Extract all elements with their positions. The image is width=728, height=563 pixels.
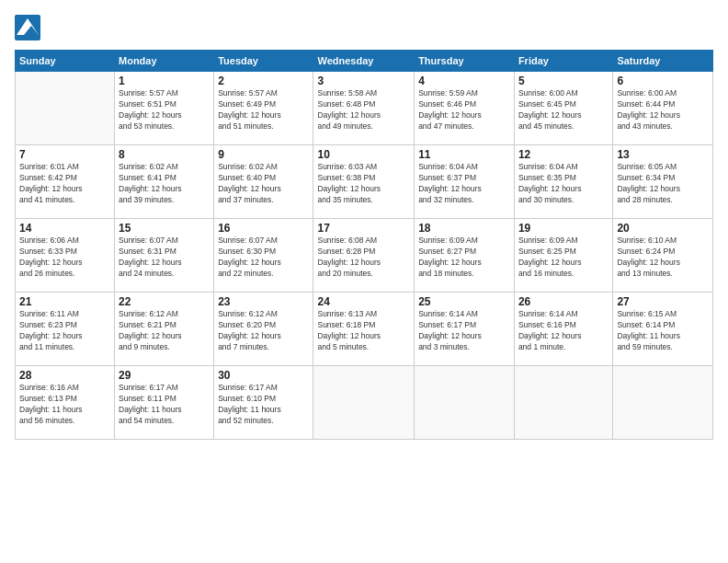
calendar-week-row: 14Sunrise: 6:06 AM Sunset: 6:33 PM Dayli… [16, 219, 713, 293]
day-number: 9 [218, 148, 309, 161]
day-number: 7 [19, 148, 110, 161]
calendar-cell: 27Sunrise: 6:15 AM Sunset: 6:14 PM Dayli… [613, 293, 713, 366]
calendar-cell: 11Sunrise: 6:04 AM Sunset: 6:37 PM Dayli… [415, 145, 515, 219]
day-number: 15 [119, 222, 210, 235]
calendar-cell: 18Sunrise: 6:09 AM Sunset: 6:27 PM Dayli… [415, 219, 515, 293]
day-info: Sunrise: 6:00 AM Sunset: 6:45 PM Dayligh… [518, 88, 609, 132]
day-number: 14 [19, 222, 110, 235]
day-info: Sunrise: 6:15 AM Sunset: 6:14 PM Dayligh… [617, 309, 709, 353]
day-info: Sunrise: 6:17 AM Sunset: 6:11 PM Dayligh… [119, 383, 210, 427]
calendar-cell: 5Sunrise: 6:00 AM Sunset: 6:45 PM Daylig… [514, 72, 612, 145]
day-number: 2 [218, 75, 309, 87]
day-number: 20 [617, 222, 709, 235]
day-number: 18 [418, 222, 510, 235]
calendar-cell: 7Sunrise: 6:01 AM Sunset: 6:42 PM Daylig… [16, 145, 115, 219]
weekday-header: Friday [514, 51, 612, 72]
day-info: Sunrise: 6:14 AM Sunset: 6:16 PM Dayligh… [518, 309, 609, 353]
calendar-cell [613, 366, 713, 440]
calendar-week-row: 7Sunrise: 6:01 AM Sunset: 6:42 PM Daylig… [16, 145, 713, 219]
weekday-header: Monday [115, 51, 214, 72]
day-number: 28 [19, 369, 110, 382]
calendar-cell: 25Sunrise: 6:14 AM Sunset: 6:17 PM Dayli… [415, 293, 515, 366]
weekday-header: Thursday [415, 51, 515, 72]
day-number: 10 [317, 148, 410, 161]
day-number: 23 [218, 295, 309, 308]
calendar-week-row: 1Sunrise: 5:57 AM Sunset: 6:51 PM Daylig… [16, 72, 713, 145]
day-info: Sunrise: 6:06 AM Sunset: 6:33 PM Dayligh… [19, 236, 110, 280]
day-info: Sunrise: 5:59 AM Sunset: 6:46 PM Dayligh… [418, 88, 510, 132]
calendar-cell: 4Sunrise: 5:59 AM Sunset: 6:46 PM Daylig… [415, 72, 515, 145]
day-info: Sunrise: 6:13 AM Sunset: 6:18 PM Dayligh… [317, 309, 410, 353]
calendar-cell: 29Sunrise: 6:17 AM Sunset: 6:11 PM Dayli… [115, 366, 214, 440]
day-info: Sunrise: 6:04 AM Sunset: 6:35 PM Dayligh… [518, 162, 609, 206]
day-number: 6 [617, 75, 709, 87]
day-number: 22 [119, 295, 210, 308]
day-number: 12 [518, 148, 609, 161]
weekday-header: Saturday [613, 51, 713, 72]
calendar-cell: 8Sunrise: 6:02 AM Sunset: 6:41 PM Daylig… [115, 145, 214, 219]
day-info: Sunrise: 6:07 AM Sunset: 6:30 PM Dayligh… [218, 236, 309, 280]
day-info: Sunrise: 6:02 AM Sunset: 6:41 PM Dayligh… [119, 162, 210, 206]
day-number: 21 [19, 295, 110, 308]
page: SundayMondayTuesdayWednesdayThursdayFrid… [0, 0, 728, 563]
day-number: 13 [617, 148, 709, 161]
calendar-cell: 2Sunrise: 5:57 AM Sunset: 6:49 PM Daylig… [214, 72, 313, 145]
calendar-cell: 6Sunrise: 6:00 AM Sunset: 6:44 PM Daylig… [613, 72, 713, 145]
day-info: Sunrise: 6:02 AM Sunset: 6:40 PM Dayligh… [218, 162, 309, 206]
calendar-header-row: SundayMondayTuesdayWednesdayThursdayFrid… [16, 51, 713, 72]
calendar-cell [313, 366, 415, 440]
day-info: Sunrise: 6:08 AM Sunset: 6:28 PM Dayligh… [317, 236, 410, 280]
day-info: Sunrise: 6:09 AM Sunset: 6:25 PM Dayligh… [518, 236, 609, 280]
calendar-cell: 12Sunrise: 6:04 AM Sunset: 6:35 PM Dayli… [514, 145, 612, 219]
calendar-cell: 17Sunrise: 6:08 AM Sunset: 6:28 PM Dayli… [313, 219, 415, 293]
calendar-cell: 13Sunrise: 6:05 AM Sunset: 6:34 PM Dayli… [613, 145, 713, 219]
day-info: Sunrise: 6:00 AM Sunset: 6:44 PM Dayligh… [617, 88, 709, 132]
weekday-header: Sunday [16, 51, 115, 72]
day-info: Sunrise: 5:58 AM Sunset: 6:48 PM Dayligh… [317, 88, 410, 132]
calendar-cell [16, 72, 115, 145]
header [15, 15, 713, 40]
calendar-cell: 20Sunrise: 6:10 AM Sunset: 6:24 PM Dayli… [613, 219, 713, 293]
day-info: Sunrise: 6:07 AM Sunset: 6:31 PM Dayligh… [119, 236, 210, 280]
day-info: Sunrise: 6:17 AM Sunset: 6:10 PM Dayligh… [218, 383, 309, 427]
calendar-cell [514, 366, 612, 440]
day-info: Sunrise: 5:57 AM Sunset: 6:49 PM Dayligh… [218, 88, 309, 132]
day-number: 29 [119, 369, 210, 382]
calendar-table: SundayMondayTuesdayWednesdayThursdayFrid… [15, 50, 713, 440]
calendar-cell: 1Sunrise: 5:57 AM Sunset: 6:51 PM Daylig… [115, 72, 214, 145]
calendar-cell: 23Sunrise: 6:12 AM Sunset: 6:20 PM Dayli… [214, 293, 313, 366]
calendar-cell: 22Sunrise: 6:12 AM Sunset: 6:21 PM Dayli… [115, 293, 214, 366]
calendar-week-row: 28Sunrise: 6:16 AM Sunset: 6:13 PM Dayli… [16, 366, 713, 440]
day-number: 4 [418, 75, 510, 87]
day-number: 16 [218, 222, 309, 235]
calendar-cell: 10Sunrise: 6:03 AM Sunset: 6:38 PM Dayli… [313, 145, 415, 219]
day-info: Sunrise: 6:04 AM Sunset: 6:37 PM Dayligh… [418, 162, 510, 206]
calendar-cell: 16Sunrise: 6:07 AM Sunset: 6:30 PM Dayli… [214, 219, 313, 293]
calendar-cell: 26Sunrise: 6:14 AM Sunset: 6:16 PM Dayli… [514, 293, 612, 366]
day-number: 26 [518, 295, 609, 308]
day-info: Sunrise: 6:14 AM Sunset: 6:17 PM Dayligh… [418, 309, 510, 353]
day-info: Sunrise: 6:12 AM Sunset: 6:21 PM Dayligh… [119, 309, 210, 353]
calendar-cell: 30Sunrise: 6:17 AM Sunset: 6:10 PM Dayli… [214, 366, 313, 440]
calendar-cell: 15Sunrise: 6:07 AM Sunset: 6:31 PM Dayli… [115, 219, 214, 293]
day-info: Sunrise: 6:11 AM Sunset: 6:23 PM Dayligh… [19, 309, 110, 353]
day-info: Sunrise: 6:01 AM Sunset: 6:42 PM Dayligh… [19, 162, 110, 206]
day-number: 3 [317, 75, 410, 87]
calendar-cell [415, 366, 515, 440]
day-number: 24 [317, 295, 410, 308]
day-number: 25 [418, 295, 510, 308]
day-number: 5 [518, 75, 609, 87]
day-number: 30 [218, 369, 309, 382]
day-number: 27 [617, 295, 709, 308]
logo [15, 15, 42, 40]
day-info: Sunrise: 6:03 AM Sunset: 6:38 PM Dayligh… [317, 162, 410, 206]
calendar-cell: 24Sunrise: 6:13 AM Sunset: 6:18 PM Dayli… [313, 293, 415, 366]
calendar-week-row: 21Sunrise: 6:11 AM Sunset: 6:23 PM Dayli… [16, 293, 713, 366]
logo-icon [15, 15, 40, 40]
calendar-cell: 9Sunrise: 6:02 AM Sunset: 6:40 PM Daylig… [214, 145, 313, 219]
day-number: 17 [317, 222, 410, 235]
day-number: 11 [418, 148, 510, 161]
day-info: Sunrise: 6:16 AM Sunset: 6:13 PM Dayligh… [19, 383, 110, 427]
day-info: Sunrise: 5:57 AM Sunset: 6:51 PM Dayligh… [119, 88, 210, 132]
day-number: 1 [119, 75, 210, 87]
